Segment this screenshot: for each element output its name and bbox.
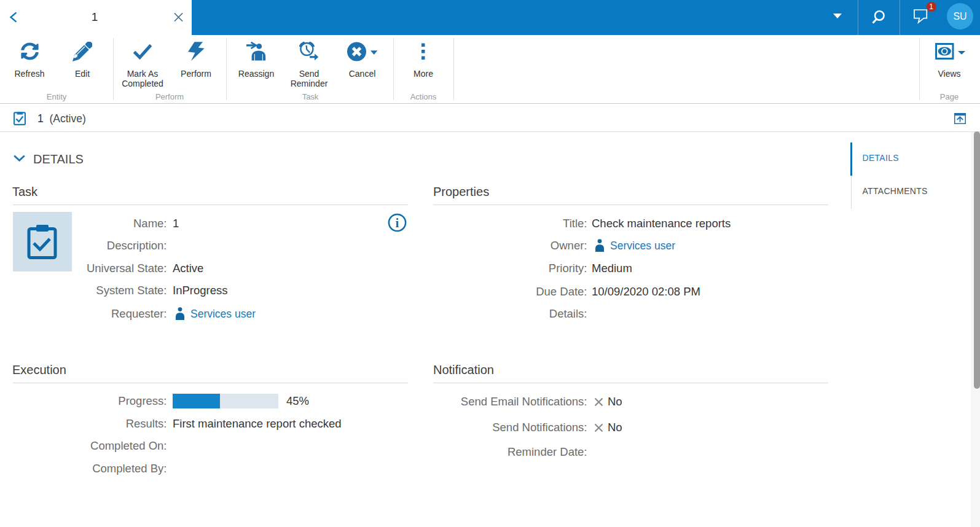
svg-text:i: i <box>396 216 399 230</box>
